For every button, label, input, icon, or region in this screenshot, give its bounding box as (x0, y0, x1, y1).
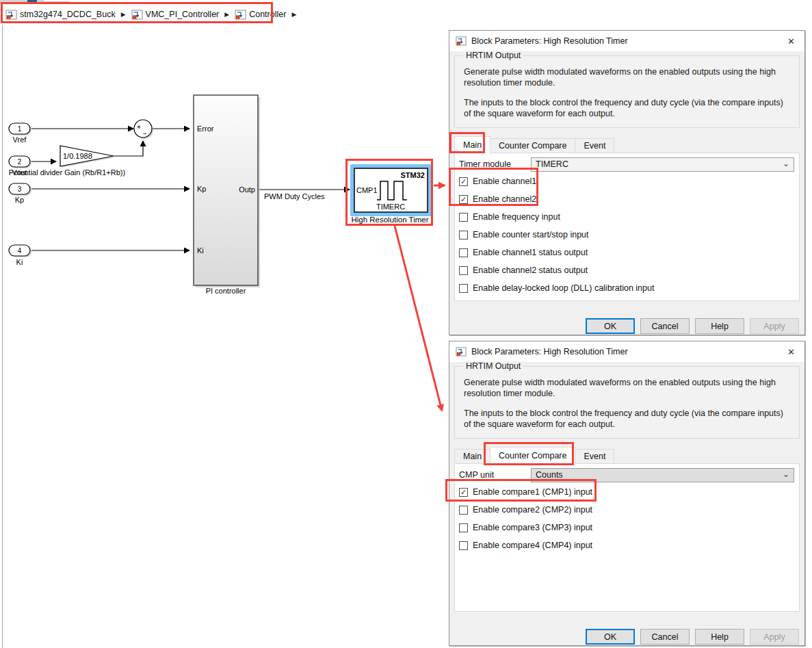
simulink-canvas: 1 Vref 2 Vout 3 Kp 4 Ki + − 1/0.1988 Pot… (0, 0, 447, 648)
inport-ki[interactable]: 4 Ki (9, 245, 31, 266)
dialog-title: Block Parameters: High Resolution Timer (471, 347, 784, 357)
checkbox[interactable] (459, 284, 468, 293)
help-button[interactable]: Help (695, 629, 744, 645)
hrtim-output-groupbox: HRTIM Output Generate pulse width modula… (454, 55, 800, 128)
timer-module-value: TIMERC (536, 159, 568, 169)
checkbox-enable-counter-start-stop-input[interactable]: Enable counter start/stop input (455, 226, 799, 244)
checkbox-enable-dll-calibration-input[interactable]: Enable delay-locked loop (DLL) calibrati… (455, 279, 799, 297)
close-icon[interactable]: ✕ (784, 35, 798, 48)
sum-minus-sign: − (143, 130, 147, 138)
checkbox[interactable] (459, 231, 468, 239)
cancel-button[interactable]: Cancel (640, 318, 690, 334)
help-button[interactable]: Help (695, 318, 744, 334)
chevron-down-icon: ⌄ (783, 469, 789, 479)
pi-port-ki: Ki (197, 246, 204, 255)
tab-pane-counter-compare: CMP unit Counts ⌄ ✓ Enable compare1 (CMP… (454, 463, 800, 612)
tab-main[interactable]: Main (454, 449, 490, 464)
checkbox[interactable] (459, 506, 468, 515)
pi-port-outp: Outp (239, 185, 255, 194)
timer-module-select[interactable]: TIMERC ⌄ (531, 157, 794, 172)
tab-event[interactable]: Event (575, 449, 614, 464)
checkbox-enable-compare2-input[interactable]: Enable compare2 (CMP2) input (455, 501, 799, 519)
checkbox-enable-compare4-input[interactable]: Enable compare4 (CMP4) input (455, 536, 799, 554)
breadcrumb-separator-icon: ▶ (121, 11, 126, 18)
sum-block[interactable]: + − (134, 120, 153, 139)
tab-main[interactable]: Main (454, 136, 490, 153)
svg-text:3: 3 (18, 185, 22, 193)
inport-kp[interactable]: 3 Kp (9, 183, 31, 204)
checkbox[interactable]: ✓ (459, 488, 468, 497)
ok-button[interactable]: OK (586, 318, 635, 334)
tab-counter-compare[interactable]: Counter Compare (490, 138, 575, 153)
checkbox[interactable] (459, 266, 468, 275)
dialog-titlebar[interactable]: Block Parameters: High Resolution Timer … (449, 31, 804, 51)
checkbox[interactable] (459, 523, 468, 532)
breadcrumb-item-model[interactable]: stm32g474_DCDC_Buck (5, 9, 116, 21)
apply-button: Apply (750, 318, 799, 334)
checkbox-enable-channel2-status-output[interactable]: Enable channel2 status output (455, 261, 799, 279)
hrtim-output-groupbox: HRTIM Output Generate pulse width modula… (454, 366, 800, 439)
tab-pane-main: Timer module TIMERC ⌄ ✓ Enable channel1 … (454, 153, 800, 301)
cmp-unit-label: CMP unit (459, 470, 531, 480)
checkbox-enable-compare1-input[interactable]: ✓ Enable compare1 (CMP1) input (455, 483, 799, 501)
inport-label: Ki (16, 258, 23, 266)
breadcrumb-separator-icon: ▶ (224, 11, 229, 18)
breadcrumb-label[interactable]: stm32g474_DCDC_Buck (20, 10, 116, 19)
high-resolution-timer-block[interactable]: STM32 CMP1 TIMERC High Resolution Timer (350, 164, 432, 224)
tab-bar: Main Counter Compare Event (454, 447, 800, 464)
breadcrumb-item-controller[interactable]: Controller (235, 9, 286, 21)
block-parameters-dialog-main: Block Parameters: High Resolution Timer … (449, 30, 805, 335)
hrt-port-cmp1: CMP1 (356, 186, 378, 194)
breadcrumb-label[interactable]: Controller (249, 10, 286, 19)
svg-text:4: 4 (18, 247, 22, 255)
pi-controller-block[interactable]: Error Kp Ki Outp PI controller (194, 95, 260, 295)
signal-gain-to-sum (114, 141, 143, 156)
gain-value: 1/0.1988 (63, 152, 92, 160)
tab-event[interactable]: Event (575, 138, 614, 153)
subsystem-icon (5, 9, 17, 21)
sum-plus-sign: + (137, 123, 141, 131)
tab-counter-compare[interactable]: Counter Compare (490, 447, 575, 464)
breadcrumb: stm32g474_DCDC_Buck ▶ VMC_PI_Controller … (0, 4, 298, 25)
hrt-block-label: High Resolution Timer (351, 216, 428, 224)
dialog-title: Block Parameters: High Resolution Timer (471, 36, 784, 46)
checkbox[interactable]: ✓ (459, 195, 468, 204)
stm32-brand-label: STM32 (401, 171, 425, 179)
block-parameters-dialog-counter-compare: Block Parameters: High Resolution Timer … (449, 341, 805, 646)
gain-label: Potential divider Gain (Rb/R1+Rb)) (9, 168, 125, 177)
breadcrumb-item-subsystem[interactable]: VMC_PI_Controller (131, 9, 220, 21)
inport-vref[interactable]: 1 Vref (9, 123, 31, 144)
ok-button[interactable]: OK (586, 629, 635, 645)
dialog-titlebar[interactable]: Block Parameters: High Resolution Timer … (449, 341, 804, 362)
description-paragraph: The inputs to the block control the freq… (464, 98, 791, 119)
simulink-block-icon (456, 36, 467, 47)
description-paragraph: The inputs to the block control the freq… (464, 409, 791, 430)
checkbox-enable-frequency-input[interactable]: Enable frequency input (455, 208, 799, 226)
tab-bar: Main Counter Compare Event (454, 136, 800, 153)
hrt-timer-name: TIMERC (376, 203, 405, 211)
groupbox-title: HRTIM Output (463, 361, 523, 371)
pi-port-error: Error (197, 125, 214, 133)
checkbox[interactable] (459, 248, 468, 257)
checkbox-enable-channel2[interactable]: ✓ Enable channel2 (455, 190, 799, 208)
signal-name-pwm-duty-cycles: PWM Duty Cycles (264, 192, 325, 200)
checkbox-enable-compare3-input[interactable]: Enable compare3 (CMP3) input (455, 519, 799, 536)
groupbox-title: HRTIM Output (463, 51, 523, 60)
cmp-unit-select[interactable]: Counts ⌄ (531, 468, 794, 482)
apply-button: Apply (750, 629, 799, 645)
checkbox[interactable] (459, 213, 468, 222)
breadcrumb-label[interactable]: VMC_PI_Controller (146, 10, 220, 19)
timer-module-label: Timer module (459, 159, 531, 169)
checkbox-enable-channel1-status-output[interactable]: Enable channel1 status output (455, 244, 799, 261)
checkbox-enable-channel1[interactable]: ✓ Enable channel1 (455, 172, 799, 190)
chevron-down-icon: ⌄ (783, 159, 789, 168)
subsystem-icon (235, 9, 246, 21)
cmp-unit-value: Counts (536, 470, 563, 480)
close-icon[interactable]: ✕ (784, 346, 798, 359)
breadcrumb-separator-icon: ▶ (291, 11, 296, 18)
checkbox[interactable] (459, 541, 468, 550)
description-paragraph: Generate pulse width modulated waveforms… (464, 378, 791, 399)
checkbox[interactable]: ✓ (459, 177, 468, 186)
cancel-button[interactable]: Cancel (640, 629, 690, 645)
svg-text:2: 2 (18, 158, 22, 166)
